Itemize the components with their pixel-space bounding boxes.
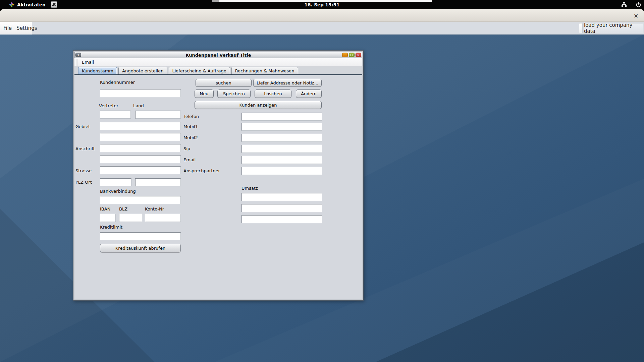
label-land: Land [133, 103, 144, 108]
kundenpanel-window: ▾ Kundenpanel Verkauf Title − × Email Ku… [73, 50, 364, 301]
liefer-addresse-button[interactable]: Liefer Addresse oder Notiz... [253, 79, 322, 87]
label-ansprechpartner: Ansprechpartner [183, 168, 220, 173]
close-button[interactable]: × [356, 53, 361, 57]
suchen-button[interactable]: suchen [196, 79, 252, 87]
power-icon[interactable] [636, 2, 641, 7]
label-telefon: Telefon [183, 114, 199, 119]
toolbar-grip[interactable] [579, 23, 583, 33]
sip-input[interactable] [241, 145, 322, 153]
konto-nr-input[interactable] [145, 214, 181, 222]
close-icon: × [634, 12, 638, 19]
gebiet-input[interactable] [100, 122, 181, 130]
panel-menubar: Email [74, 58, 362, 66]
label-blz: BLZ [119, 206, 127, 212]
clock[interactable]: 16. Sep 15:51 [0, 0, 644, 9]
mobil1-input[interactable] [241, 123, 322, 131]
activities-button[interactable]: Aktivitäten [9, 0, 46, 9]
kundennummer-input[interactable] [100, 89, 181, 97]
strasse-input[interactable] [100, 166, 181, 174]
label-mobil2: Mobil2 [183, 135, 198, 140]
window-title: Kundenpanel Verkauf Title [75, 53, 362, 58]
label-plz-ort: PLZ Ort [75, 180, 92, 185]
tab-lieferscheine-auftrage[interactable]: Lieferscheine & Auftrage [169, 67, 230, 74]
tab-angebote-erstellen[interactable]: Angebote erstellen [118, 67, 167, 74]
menubar-grip[interactable] [75, 59, 77, 66]
label-sip: Sip [183, 146, 190, 151]
telefon-input[interactable] [241, 113, 322, 121]
menu-item-settings[interactable]: Settings [16, 25, 37, 31]
minimize-button[interactable]: − [342, 53, 348, 57]
blz-input[interactable] [119, 214, 142, 222]
tab-kundenstamm[interactable]: Kundenstamm [78, 67, 117, 74]
chevron-down-icon: ▾ [77, 54, 79, 57]
label-email: Email [183, 157, 196, 162]
email-input[interactable] [241, 156, 322, 164]
network-icon[interactable] [621, 2, 627, 7]
iban-input[interactable] [100, 214, 116, 222]
plz-input[interactable] [100, 178, 131, 186]
anschrift-extra-input[interactable] [100, 155, 181, 163]
close-icon: × [357, 54, 360, 57]
label-strasse: Strasse [75, 168, 92, 173]
label-mobil1: Mobil1 [183, 124, 198, 129]
app-menu-items: File Settings [0, 22, 32, 35]
gebiet-extra-input[interactable] [100, 133, 181, 141]
app-glyph-icon [52, 2, 56, 7]
neu-button[interactable]: Neu [195, 89, 214, 98]
label-iban: IBAN [100, 206, 110, 212]
umsatz-input-2[interactable] [241, 204, 322, 212]
umsatz-input-1[interactable] [241, 193, 322, 201]
land-input[interactable] [135, 111, 181, 119]
load-company-data-button[interactable]: load your company data [584, 23, 643, 33]
mobil2-input[interactable] [241, 134, 322, 142]
maximize-icon [351, 54, 353, 56]
kreditlimit-input[interactable] [100, 232, 181, 240]
anschrift-input[interactable] [100, 144, 181, 152]
activities-label: Aktivitäten [17, 2, 46, 7]
kundenpanel-titlebar[interactable]: ▾ Kundenpanel Verkauf Title − × [74, 52, 362, 58]
bankverbindung-input[interactable] [100, 196, 181, 204]
minimize-icon: − [344, 54, 346, 57]
window-menu-button[interactable]: ▾ [75, 53, 81, 57]
menu-item-email[interactable]: Email [78, 60, 94, 65]
label-bankverbindung: Bankverbindung [100, 189, 136, 194]
kunden-anzeigen-button[interactable]: Kunden anzeigen [195, 101, 322, 109]
kreditauskunft-abrufen-button[interactable]: Kreditauskunft abrufen [100, 244, 181, 252]
vertreter-input[interactable] [100, 111, 131, 119]
umsatz-input-3[interactable] [241, 215, 322, 223]
label-kreditlimit: Kreditlimit [100, 225, 122, 230]
app-tray-icon[interactable] [51, 1, 57, 8]
tab-rechnungen-mahnwesen[interactable]: Rechnungen & Mahnwesen [231, 67, 298, 74]
label-vertreter: Vertreter [99, 103, 118, 108]
aendern-button[interactable]: Ändern [296, 89, 322, 98]
app-menubar: File Settings load your company data [0, 22, 644, 35]
tab-strip: Kundenstamm Angebote erstellen Liefersch… [74, 66, 362, 75]
label-umsatz: Umsatz [241, 186, 258, 191]
menu-item-file[interactable]: File [3, 25, 12, 31]
kundenstamm-form: Kundennummer Vertreter Land Gebiet Ansch… [74, 75, 362, 299]
ansprechpartner-input[interactable] [241, 167, 322, 175]
speichern-button[interactable]: Speichern [217, 89, 251, 98]
loeschen-button[interactable]: Löschen [255, 89, 291, 98]
ort-input[interactable] [135, 178, 181, 186]
label-anschrift: Anschrift [75, 146, 95, 151]
app-close-button[interactable]: × [632, 12, 640, 19]
maximize-button[interactable] [349, 53, 355, 57]
gnome-activities-icon [9, 2, 14, 7]
label-kundennummer: Kundennummer [100, 80, 135, 85]
app-window-header[interactable]: × [0, 9, 644, 22]
label-gebiet: Gebiet [75, 124, 90, 129]
label-konto-nr: Konto-Nr [145, 206, 164, 212]
